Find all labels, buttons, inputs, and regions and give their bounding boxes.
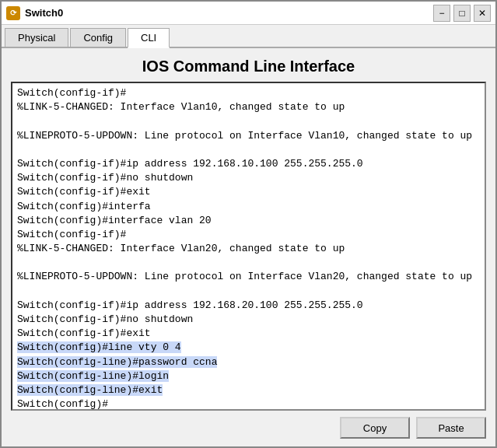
page-title: IOS Command Line Interface (2, 48, 495, 82)
window-title: Switch0 (25, 7, 63, 19)
tab-config[interactable]: Config (70, 28, 126, 47)
title-bar-controls: − □ ✕ (433, 5, 491, 22)
tab-bar: Physical Config CLI (2, 25, 495, 48)
tab-cli[interactable]: CLI (128, 28, 170, 48)
tab-physical[interactable]: Physical (5, 28, 68, 47)
highlighted-block: Switch(config)#line vty 0 4 Switch(confi… (17, 341, 217, 396)
paste-button[interactable]: Paste (416, 417, 486, 439)
minimize-button[interactable]: − (433, 5, 450, 22)
main-window: ⟳ Switch0 − □ ✕ Physical Config CLI IOS … (0, 0, 497, 448)
app-icon: ⟳ (6, 6, 20, 20)
title-bar: ⟳ Switch0 − □ ✕ (2, 2, 495, 25)
maximize-button[interactable]: □ (453, 5, 471, 22)
close-button[interactable]: ✕ (474, 5, 491, 22)
copy-button[interactable]: Copy (340, 417, 410, 439)
title-bar-left: ⟳ Switch0 (6, 6, 63, 20)
cli-area: Switch(config-if)# %LINK-5-CHANGED: Inte… (2, 82, 495, 446)
button-bar: Copy Paste (11, 411, 486, 446)
terminal-text: Switch(config-if)# %LINK-5-CHANGED: Inte… (17, 87, 472, 410)
terminal-output[interactable]: Switch(config-if)# %LINK-5-CHANGED: Inte… (11, 82, 486, 411)
